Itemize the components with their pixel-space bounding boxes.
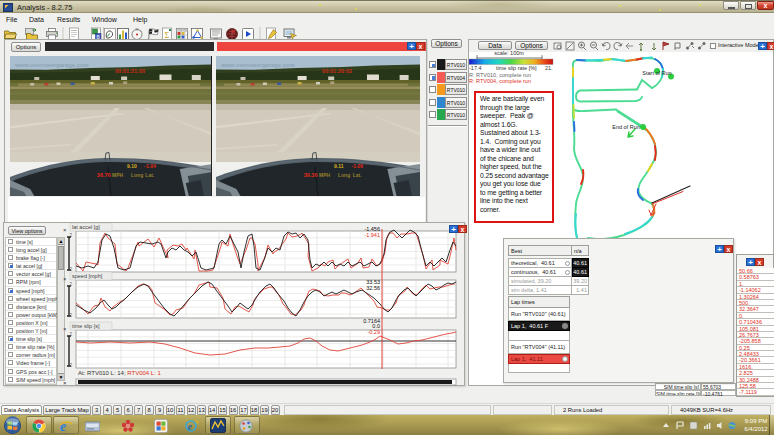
- svg-text:speed [mph]: speed [mph]: [72, 273, 103, 279]
- svg-text:×: ×: [63, 326, 67, 332]
- svg-text:-0.29: -0.29: [367, 329, 380, 335]
- svg-text:-2: -2: [68, 267, 72, 272]
- svg-text:time slip [s]: time slip [s]: [72, 323, 100, 329]
- svg-text:-1.06: -1.06: [352, 163, 364, 169]
- svg-text:MPH: MPH: [112, 172, 124, 178]
- svg-text:-2: -2: [68, 313, 72, 318]
- svg-text:9.11: 9.11: [334, 163, 344, 169]
- svg-text:Lat.: Lat.: [353, 172, 363, 178]
- svg-text:www.oversteergarage.com: www.oversteergarage.com: [14, 62, 89, 68]
- svg-text:Lat.: Lat.: [145, 172, 155, 178]
- svg-text:Long: Long: [131, 172, 143, 178]
- svg-text:At: RTV010 L: 14; RTV004 L: 1: At: RTV010 L: 14; RTV004 L: 1: [78, 370, 162, 376]
- svg-text:2: 2: [69, 282, 72, 287]
- svg-text:36.76: 36.76: [97, 172, 111, 178]
- svg-text:21.: 21.: [545, 65, 553, 71]
- svg-text:×: ×: [63, 380, 67, 386]
- svg-text:e: e: [188, 421, 193, 432]
- svg-text:e: e: [60, 419, 66, 434]
- svg-text:×: ×: [63, 276, 67, 282]
- svg-text:2: 2: [69, 233, 72, 238]
- svg-text:Start of Run: Start of Run: [642, 70, 671, 76]
- svg-text:00:01:21:00: 00:01:21:00: [115, 68, 145, 74]
- svg-text:MPH: MPH: [319, 172, 331, 178]
- svg-text:39.36: 39.36: [304, 172, 318, 178]
- svg-text:End of Run: End of Run: [612, 124, 640, 130]
- svg-text:2: 2: [69, 332, 72, 337]
- svg-text:-1.04: -1.04: [144, 163, 156, 169]
- svg-text:-17.4: -17.4: [469, 65, 482, 71]
- svg-text:×: ×: [63, 227, 67, 233]
- svg-text:Long: Long: [338, 172, 350, 178]
- svg-text:www.oversteergarage.com: www.oversteergarage.com: [220, 62, 295, 68]
- svg-text:-2: -2: [68, 363, 72, 368]
- svg-text:R: RTV004, complete run: R: RTV004, complete run: [469, 78, 531, 84]
- svg-text:scale: 100m: scale: 100m: [494, 50, 524, 56]
- svg-text:32.56: 32.56: [366, 285, 380, 291]
- svg-text:lat accel [g]: lat accel [g]: [72, 224, 100, 230]
- svg-text:00:01:20:02: 00:01:20:02: [322, 68, 352, 74]
- svg-text:time slip rate [%]: time slip rate [%]: [496, 65, 537, 71]
- svg-text:-1.941: -1.941: [364, 232, 380, 238]
- svg-text:9.10: 9.10: [127, 163, 137, 169]
